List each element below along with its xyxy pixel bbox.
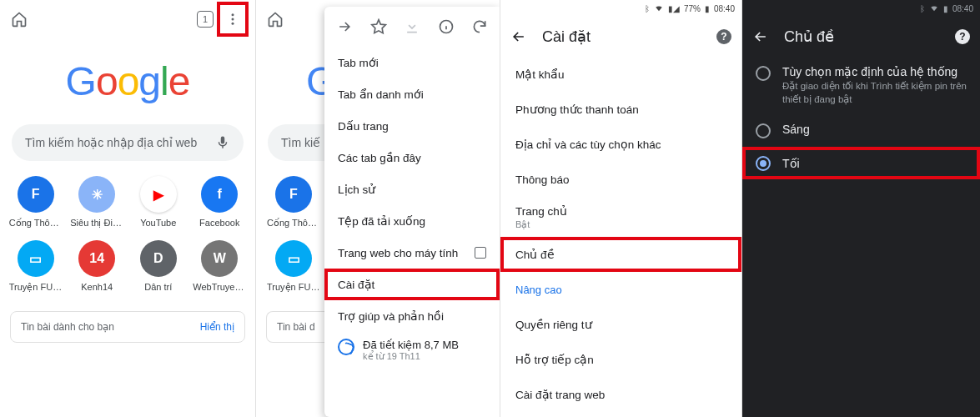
- theme-option-light[interactable]: Sáng: [742, 114, 980, 147]
- shortcut-label: YouTube: [140, 218, 176, 228]
- shortcut-label: Cổng Thôn...: [9, 218, 63, 229]
- back-icon[interactable]: [510, 28, 527, 45]
- theme-header: Chủ đề ?: [742, 17, 980, 57]
- google-logo: Google: [0, 58, 255, 104]
- shortcut-tile[interactable]: fFacebook: [189, 176, 251, 229]
- row-passwords[interactable]: Mật khẩu: [500, 57, 741, 92]
- svg-point-2: [232, 23, 234, 25]
- shortcut-label: Dân trí: [144, 282, 172, 292]
- menu-settings[interactable]: Cài đặt: [324, 269, 500, 300]
- battery-icon: ▮: [943, 4, 948, 13]
- shortcut-grid: FCổng Thôn...✳Siêu thị Điệ...▶YouTubefFa…: [0, 161, 255, 304]
- feed-bar-partial: Tin bài d: [266, 311, 331, 343]
- shortcut-grid-partial: FCổng Thôn...▭Truyện FULL: [256, 161, 331, 304]
- screen-theme: ᛒ ▮ 08:40 Chủ đề ? Tùy chọn mặc định của…: [742, 0, 980, 417]
- row-accessibility[interactable]: Hỗ trợ tiếp cận: [500, 342, 741, 377]
- theme-title: Chủ đề: [784, 28, 940, 46]
- shortcut-label: WebTruyen...: [193, 282, 246, 292]
- row-privacy[interactable]: Quyền riêng tư: [500, 307, 741, 342]
- reload-icon[interactable]: [471, 18, 488, 35]
- shortcut-label: Truyện FULL: [9, 282, 63, 293]
- wifi-icon: [654, 4, 664, 13]
- bluetooth-icon: ᛒ: [645, 4, 650, 13]
- shortcut-label: Siêu thị Điệ...: [70, 218, 123, 229]
- row-theme[interactable]: Chủ đề: [500, 237, 741, 272]
- help-icon[interactable]: ?: [955, 29, 970, 44]
- more-menu-highlight: [217, 2, 249, 37]
- shortcut-icon: W: [201, 240, 238, 277]
- home-icon[interactable]: [7, 7, 32, 32]
- shortcut-icon: ✳: [78, 176, 115, 213]
- shortcut-tile[interactable]: ▭Truyện FULL: [5, 240, 67, 293]
- theme-option-dark[interactable]: Tối: [742, 147, 980, 179]
- shortcut-icon: F: [18, 176, 54, 213]
- battery-icon: ▮: [705, 4, 710, 13]
- feed-text: Tin bài dành cho bạn: [21, 321, 114, 333]
- overflow-menu: Tab mới Tab ẩn danh mới Dấu trang Các ta…: [324, 7, 500, 417]
- menu-icon-row: [324, 7, 500, 47]
- radio-icon: [756, 156, 771, 171]
- omnibox-placeholder: Tìm kiếm hoặc nhập địa chỉ web: [25, 136, 215, 149]
- shortcut-tile[interactable]: ▶YouTube: [128, 176, 189, 229]
- menu-incognito[interactable]: Tab ẩn danh mới: [324, 78, 500, 110]
- row-payments[interactable]: Phương thức thanh toán: [500, 92, 741, 127]
- feed-show-button[interactable]: Hiển thị: [200, 321, 234, 333]
- radio-icon: [756, 123, 771, 138]
- wifi-icon: [929, 4, 939, 13]
- row-site-settings[interactable]: Cài đặt trang web: [500, 377, 741, 412]
- row-addresses[interactable]: Địa chỉ và các tùy chọn khác: [500, 127, 741, 162]
- settings-header: Cài đặt ?: [500, 17, 741, 57]
- shortcut-tile[interactable]: FCổng Thôn...: [5, 176, 67, 229]
- menu-new-tab[interactable]: Tab mới: [324, 47, 500, 78]
- shortcut-tile[interactable]: ✳Siêu thị Điệ...: [67, 176, 128, 229]
- help-icon[interactable]: ?: [716, 29, 731, 44]
- home-icon[interactable]: [263, 7, 288, 32]
- theme-option-system[interactable]: Tùy chọn mặc định của hệ thống Đặt giao …: [742, 57, 980, 114]
- screen-chrome-menu: G Tìm kiế FCổng Thôn...▭Truyện FULL Tin …: [256, 0, 500, 417]
- shortcut-icon: D: [140, 240, 177, 277]
- shortcut-icon: ▶: [140, 176, 177, 213]
- shortcut-tile[interactable]: 14Kenh14: [67, 240, 128, 293]
- shortcut-tile: FCổng Thôn...: [261, 176, 326, 229]
- shortcut-tile: ▭Truyện FULL: [261, 240, 326, 293]
- status-bar: ᛒ ▮ 08:40: [742, 0, 980, 17]
- info-icon[interactable]: [438, 18, 455, 35]
- menu-bookmarks[interactable]: Dấu trang: [324, 110, 500, 142]
- shortcut-label: Kenh14: [81, 282, 113, 292]
- menu-desktop-site[interactable]: Trang web cho máy tính: [324, 237, 500, 269]
- bluetooth-icon: ᛒ: [920, 4, 925, 13]
- shortcut-label: Facebook: [199, 218, 239, 228]
- shortcut-icon: 14: [78, 240, 115, 277]
- feed-bar: Tin bài dành cho bạn Hiển thị: [10, 311, 245, 343]
- data-saver-icon: [338, 339, 354, 355]
- menu-history[interactable]: Lịch sử: [324, 173, 500, 205]
- shortcut-tile[interactable]: DDân trí: [128, 240, 189, 293]
- bookmark-icon[interactable]: [370, 18, 387, 35]
- forward-icon[interactable]: [336, 18, 353, 35]
- shortcut-icon: f: [201, 176, 238, 213]
- row-homepage[interactable]: Trang chủ Bật: [500, 197, 741, 237]
- desktop-site-checkbox[interactable]: [475, 247, 486, 259]
- menu-recent-tabs[interactable]: Các tab gần đây: [324, 142, 500, 173]
- more-icon[interactable]: [220, 7, 245, 32]
- shortcut-icon: ▭: [18, 240, 54, 277]
- settings-title: Cài đặt: [542, 28, 701, 46]
- menu-data-saver[interactable]: Đã tiết kiệm 8,7 MB kể từ 19 Th11: [324, 332, 500, 369]
- download-icon: [404, 18, 420, 35]
- mic-icon[interactable]: [215, 135, 230, 150]
- status-bar: ᛒ ▮◢ 77% ▮ 08:40: [500, 0, 741, 17]
- menu-help[interactable]: Trợ giúp và phản hồi: [324, 300, 500, 332]
- shortcut-tile[interactable]: WWebTruyen...: [189, 240, 251, 293]
- signal-icon: ▮◢: [668, 4, 680, 13]
- screen-chrome-home: 1 Google Tìm kiếm hoặc nhập địa chỉ web …: [0, 0, 256, 417]
- omnibox[interactable]: Tìm kiếm hoặc nhập địa chỉ web: [12, 124, 244, 161]
- row-advanced[interactable]: Nâng cao: [500, 272, 741, 307]
- tab-count[interactable]: 1: [197, 11, 214, 28]
- svg-point-0: [232, 13, 234, 16]
- row-notifications[interactable]: Thông báo: [500, 162, 741, 197]
- svg-point-1: [232, 18, 234, 21]
- menu-downloads[interactable]: Tệp đã tải xuống: [324, 205, 500, 237]
- screen-settings: ᛒ ▮◢ 77% ▮ 08:40 Cài đặt ? Mật khẩu Phươ…: [500, 0, 742, 417]
- back-icon[interactable]: [752, 28, 769, 45]
- omnibox-partial: Tìm kiế: [268, 124, 333, 161]
